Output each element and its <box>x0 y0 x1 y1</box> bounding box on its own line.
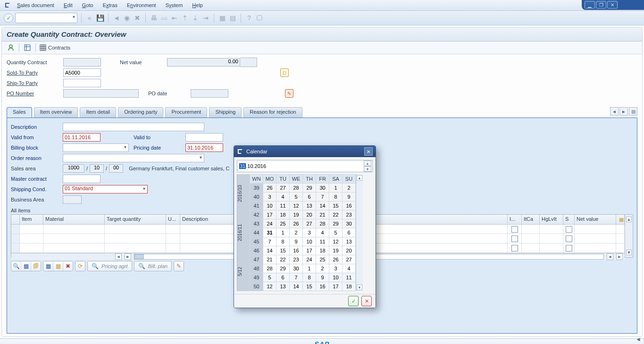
calendar-day[interactable]: 16 <box>343 201 356 210</box>
btn-refresh[interactable]: ⟳ <box>75 261 85 271</box>
btn-copy[interactable]: 🗐 <box>31 261 41 271</box>
ship-to-label[interactable]: Ship-To Party <box>7 80 63 86</box>
calendar-spin-up[interactable]: ▲ <box>364 160 371 166</box>
menu-help[interactable]: Help <box>192 2 203 8</box>
calendar-day[interactable]: 26 <box>329 255 343 264</box>
calendar-day[interactable]: 3 <box>329 264 343 273</box>
col-item[interactable]: Item <box>20 215 43 224</box>
col-i[interactable]: I... <box>508 215 522 224</box>
back-arrow-icon[interactable]: ◄ <box>112 14 121 22</box>
calendar-day[interactable]: 9 <box>316 273 329 282</box>
order-reason-combo[interactable] <box>63 154 204 162</box>
calendar-day[interactable]: 12 <box>263 282 276 291</box>
calendar-day[interactable]: 5 <box>263 273 276 282</box>
calendar-table[interactable]: WNMOTUWETHFRSASU392627282930124034567894… <box>250 174 356 291</box>
calendar-day[interactable]: 20 <box>343 246 356 255</box>
pricing-date-field[interactable] <box>185 143 223 152</box>
calendar-day[interactable]: 13 <box>303 201 316 210</box>
window-minimize[interactable]: ▁ <box>585 1 595 8</box>
calendar-day[interactable]: 21 <box>316 210 329 219</box>
sold-to-field[interactable] <box>63 68 101 77</box>
calendar-cancel-button[interactable]: ✕ <box>361 296 372 306</box>
calendar-day[interactable]: 29 <box>329 219 343 228</box>
btn-deselect[interactable]: ▦ <box>53 261 63 271</box>
calendar-vscroll[interactable]: ▲ ▼ <box>356 174 363 291</box>
tab-item-detail[interactable]: Item detail <box>80 107 116 117</box>
tab-ordering-party[interactable]: Ordering party <box>118 107 163 117</box>
calendar-day[interactable]: 30 <box>343 219 356 228</box>
enter-button[interactable]: ✓ <box>4 13 13 23</box>
calendar-day[interactable]: 17 <box>303 246 316 255</box>
calendar-scroll-up[interactable]: ▲ <box>357 175 362 181</box>
calendar-day[interactable]: 16 <box>316 282 329 291</box>
btn-select-all[interactable]: ▦ <box>43 261 53 271</box>
calendar-day[interactable]: 26 <box>263 184 276 193</box>
calendar-day[interactable]: 5 <box>290 193 303 201</box>
calendar-day[interactable]: 13 <box>343 237 356 246</box>
calendar-day[interactable]: 10 <box>329 273 343 282</box>
calendar-day[interactable]: 24 <box>263 219 276 228</box>
col-material[interactable]: Material <box>43 215 105 224</box>
note-icon[interactable]: ✎ <box>285 89 293 98</box>
calendar-day[interactable]: 15 <box>276 246 290 255</box>
status-arrow-icon[interactable]: ◄ <box>636 336 641 343</box>
calendar-day[interactable]: 6 <box>343 228 356 237</box>
calendar-day[interactable]: 7 <box>290 273 303 282</box>
col-uom[interactable]: U... <box>166 215 180 224</box>
tab-procurement[interactable]: Procurement <box>165 107 207 117</box>
scroll-left[interactable]: ◄ <box>115 253 122 260</box>
scroll-left-end[interactable]: ◄ <box>607 253 613 260</box>
calendar-day[interactable]: 26 <box>290 219 303 228</box>
first-page-icon[interactable]: ⇤ <box>170 14 179 22</box>
calendar-day[interactable]: 3 <box>263 193 276 201</box>
calendar-day[interactable]: 9 <box>290 237 303 246</box>
grid-vscroll[interactable]: ▲ ▼ <box>625 215 633 257</box>
calendar-day[interactable]: 6 <box>276 273 290 282</box>
next-page-icon[interactable]: ⇣ <box>191 14 200 22</box>
billing-block-combo[interactable] <box>63 143 129 152</box>
calendar-day[interactable]: 4 <box>316 228 329 237</box>
layout-icon[interactable]: ▤ <box>228 14 237 22</box>
calendar-day[interactable]: 23 <box>343 210 356 219</box>
pricing-agrt-button[interactable]: 🔍 Pricing agrt <box>87 261 132 271</box>
menu-system[interactable]: System <box>166 2 183 8</box>
ship-to-field[interactable] <box>63 79 101 87</box>
window-close[interactable]: ✕ <box>607 1 618 8</box>
calendar-day[interactable]: 1 <box>276 228 290 237</box>
scroll-right[interactable]: ► <box>125 253 131 260</box>
calendar-day[interactable]: 22 <box>329 210 343 219</box>
calendar-day[interactable]: 30 <box>316 184 329 193</box>
local-layout-icon[interactable]: 🖵 <box>255 14 264 22</box>
calendar-day[interactable]: 25 <box>276 219 290 228</box>
menu-goto[interactable]: Goto <box>82 2 93 8</box>
bill-plan-button[interactable]: 🔍 Bill. plan <box>134 261 172 271</box>
calendar-day[interactable]: 28 <box>290 184 303 193</box>
last-page-icon[interactable]: ⇥ <box>201 14 210 22</box>
calendar-day[interactable]: 30 <box>290 264 303 273</box>
calendar-day[interactable]: 18 <box>316 246 329 255</box>
calendar-day[interactable]: 14 <box>316 201 329 210</box>
calendar-day[interactable]: 12 <box>329 237 343 246</box>
calendar-day[interactable]: 18 <box>276 210 290 219</box>
scroll-thumb[interactable] <box>134 254 144 259</box>
calendar-day[interactable]: 25 <box>316 255 329 264</box>
calendar-day[interactable]: 2 <box>316 264 329 273</box>
command-field[interactable] <box>15 13 77 23</box>
tab-shipping[interactable]: Shipping <box>209 107 242 117</box>
btn-detail[interactable]: 🔍 <box>11 261 21 271</box>
calendar-day[interactable]: 13 <box>276 282 290 291</box>
description-field[interactable] <box>63 123 204 131</box>
col-s[interactable]: S <box>563 215 575 224</box>
calendar-ok-button[interactable]: ✓ <box>348 296 359 306</box>
calendar-day[interactable]: 27 <box>303 219 316 228</box>
calendar-day[interactable]: 3 <box>303 228 316 237</box>
sold-to-label[interactable]: Sold-To Party <box>7 70 63 76</box>
calendar-day[interactable]: 11 <box>316 237 329 246</box>
po-number-field[interactable] <box>63 89 139 98</box>
calendar-day[interactable]: 4 <box>276 193 290 201</box>
checkbox[interactable] <box>511 226 518 233</box>
document-icon[interactable]: 🗋 <box>280 68 289 77</box>
calendar-day[interactable]: 8 <box>303 273 316 282</box>
calendar-day[interactable]: 20 <box>303 210 316 219</box>
calendar-day[interactable]: 29 <box>303 184 316 193</box>
